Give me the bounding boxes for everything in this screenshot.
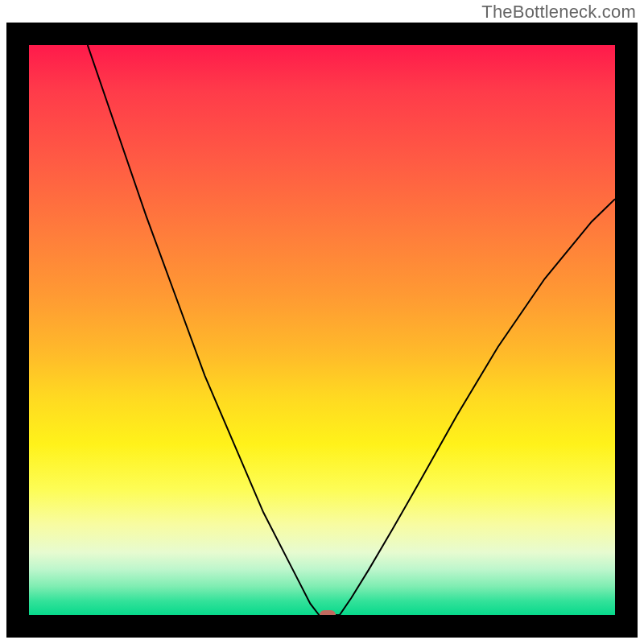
watermark-text: TheBottleneck.com xyxy=(481,2,636,23)
curve-path xyxy=(88,45,615,615)
chart-frame xyxy=(6,23,638,638)
plot-area xyxy=(29,45,615,615)
min-marker xyxy=(320,610,336,615)
chart-root: TheBottleneck.com xyxy=(0,0,644,644)
curve-svg xyxy=(29,45,615,615)
